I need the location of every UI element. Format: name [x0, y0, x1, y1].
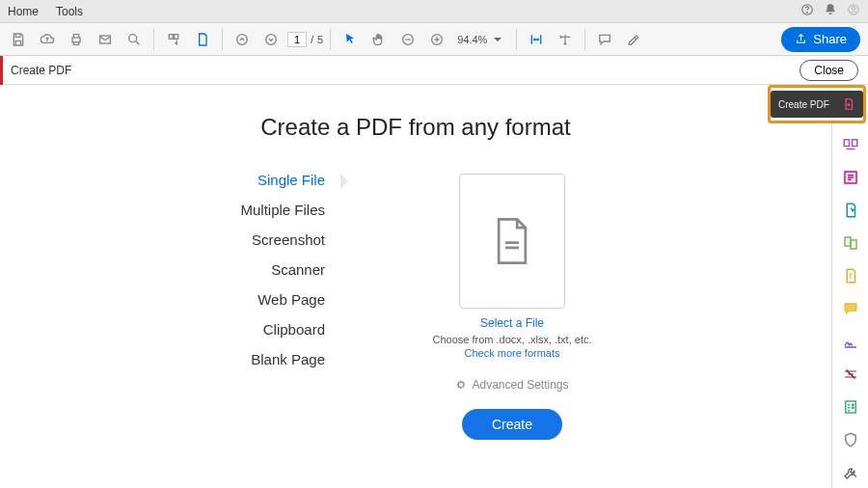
select-file-link[interactable]: Select a File: [480, 316, 544, 330]
separator: [330, 29, 331, 50]
option-single-file[interactable]: Single File: [155, 172, 348, 188]
zoom-out-icon[interactable]: [395, 27, 420, 52]
option-scanner[interactable]: Scanner: [155, 261, 348, 278]
option-multiple-files[interactable]: Multiple Files: [155, 202, 348, 218]
help-icon[interactable]: [800, 3, 814, 19]
share-button[interactable]: Share: [781, 27, 860, 52]
source-options-list: Single File Multiple Files Screenshot Sc…: [155, 170, 348, 440]
file-dropzone[interactable]: [459, 174, 565, 309]
center-panel: Select a File Choose from .docx, .xlsx, …: [348, 170, 676, 440]
page-down-icon[interactable]: [258, 27, 284, 52]
svg-rect-17: [851, 240, 856, 249]
zoom-select[interactable]: 94.4%: [453, 30, 509, 49]
svg-point-6: [129, 34, 137, 41]
fit-page-icon[interactable]: [553, 27, 578, 52]
account-icon[interactable]: [847, 3, 860, 19]
svg-point-19: [852, 404, 854, 406]
export-pdf-icon[interactable]: [841, 201, 860, 220]
create-button[interactable]: Create: [462, 409, 562, 440]
hand-icon[interactable]: [366, 27, 392, 52]
svg-point-1: [807, 13, 808, 14]
search-icon[interactable]: [122, 27, 147, 52]
sign-icon[interactable]: [841, 332, 860, 351]
page-up-icon[interactable]: [230, 27, 255, 52]
bell-icon[interactable]: [824, 3, 837, 19]
separator: [516, 29, 517, 50]
check-more-formats-link[interactable]: Check more formats: [464, 347, 559, 359]
compress-icon[interactable]: [841, 266, 860, 285]
prepare-form-icon[interactable]: [841, 397, 860, 417]
zoom-value: 94.4%: [457, 34, 487, 45]
edit-pdf-icon[interactable]: [841, 168, 860, 187]
page-sep: /: [311, 34, 313, 45]
svg-rect-18: [845, 401, 855, 413]
svg-rect-14: [852, 140, 856, 147]
mail-icon[interactable]: [93, 27, 118, 52]
protect-icon[interactable]: [841, 430, 860, 449]
gear-icon: [455, 379, 467, 391]
accent-bar: [0, 56, 3, 85]
redact-icon[interactable]: [841, 365, 860, 384]
menu-tools[interactable]: Tools: [56, 5, 83, 18]
document-icon: [492, 216, 532, 266]
option-blank-page[interactable]: Blank Page: [155, 351, 348, 367]
subheader: Create PDF Close: [0, 56, 868, 85]
highlight-icon[interactable]: [621, 27, 646, 52]
zoom-in-icon[interactable]: [424, 27, 449, 52]
share-label: Share: [813, 32, 847, 46]
advanced-label: Advanced Settings: [472, 378, 568, 392]
svg-rect-4: [72, 38, 80, 42]
svg-rect-8: [175, 34, 178, 39]
svg-point-9: [237, 34, 248, 44]
svg-rect-13: [844, 140, 849, 147]
page-current-input[interactable]: [287, 32, 307, 47]
svg-point-3: [852, 7, 855, 11]
organize-pages-icon[interactable]: [841, 135, 860, 154]
menu-home[interactable]: Home: [8, 5, 39, 18]
print-icon[interactable]: [64, 27, 89, 52]
separator: [153, 29, 154, 50]
create-pdf-callout: Create PDF: [768, 85, 866, 123]
svg-point-10: [266, 34, 277, 44]
page-total: 5: [317, 34, 323, 45]
close-button[interactable]: Close: [800, 60, 858, 81]
page-icon[interactable]: [190, 27, 215, 52]
more-tools-icon[interactable]: [841, 463, 860, 482]
option-clipboard[interactable]: Clipboard: [155, 321, 348, 338]
svg-rect-16: [845, 237, 851, 246]
thumbnail-icon[interactable]: [161, 27, 186, 52]
file-hint: Choose from .docx, .xlsx, .txt, etc.: [432, 334, 591, 345]
create-pdf-icon: [842, 97, 855, 111]
callout-label: Create PDF: [778, 99, 829, 110]
page-indicator: / 5: [287, 32, 323, 47]
svg-point-20: [852, 407, 854, 409]
page-heading: Create a PDF from any format: [0, 114, 831, 141]
menubar: Home Tools: [0, 0, 868, 23]
fit-width-icon[interactable]: [524, 27, 549, 52]
option-web-page[interactable]: Web Page: [155, 291, 348, 308]
advanced-settings[interactable]: Advanced Settings: [455, 378, 568, 392]
option-screenshot[interactable]: Screenshot: [155, 231, 348, 248]
pointer-icon[interactable]: [338, 27, 363, 52]
svg-rect-7: [169, 34, 173, 39]
combine-icon[interactable]: [841, 233, 860, 253]
main-panel: Create a PDF from any format Single File…: [0, 85, 831, 488]
subheader-title: Create PDF: [11, 64, 71, 77]
comment-icon[interactable]: [592, 27, 617, 52]
separator: [584, 29, 585, 50]
save-icon[interactable]: [6, 27, 31, 52]
sticky-note-icon[interactable]: [841, 299, 860, 318]
right-tool-rail: [831, 85, 868, 488]
toolbar: / 5 94.4% Share: [0, 23, 868, 56]
share-icon: [795, 33, 807, 45]
cloud-upload-icon[interactable]: [35, 27, 60, 52]
separator: [222, 29, 223, 50]
chevron-down-icon: [490, 32, 505, 47]
